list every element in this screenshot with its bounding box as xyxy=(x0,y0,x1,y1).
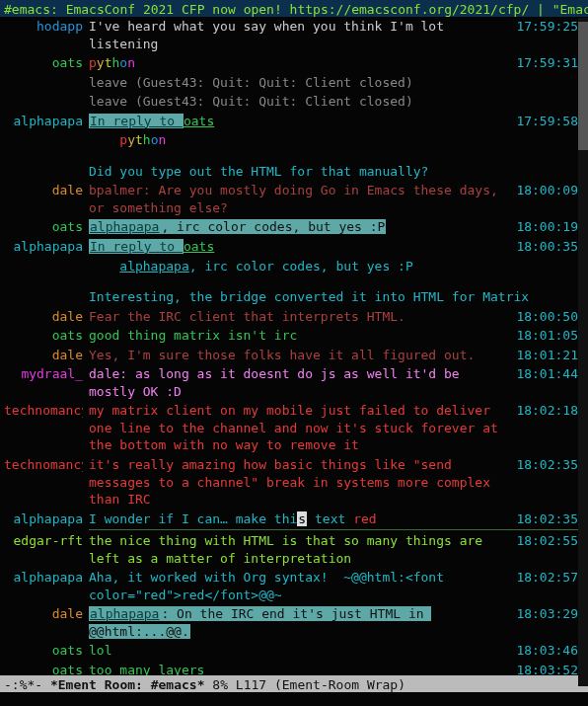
reply-link[interactable]: In reply to xyxy=(89,114,184,128)
modeline-pos: 8% L117 xyxy=(205,677,274,692)
reply-link[interactable]: alphapapa xyxy=(89,606,160,621)
message-body: Yes, I'm sure those folks have it all fi… xyxy=(89,347,510,364)
modeline-mode: (Ement-Room Wrap) xyxy=(274,677,405,692)
nick: dale xyxy=(4,347,83,364)
message-row: alphapapaIn reply to oats17:59:58 xyxy=(4,113,578,130)
nick: oats xyxy=(4,642,83,660)
message-row: alphapapaAha, it worked with Org syntax!… xyxy=(4,569,578,603)
timestamp: 18:01:21 xyxy=(516,347,578,364)
modeline-buffer: *Ement Room: #emacs* xyxy=(50,677,205,692)
message-row: hodappI've heard what you say when you t… xyxy=(4,18,578,52)
modeline-left: -:%*- xyxy=(4,677,50,692)
message-body: leave (Guest43: Quit: Quit: Client close… xyxy=(89,74,572,92)
message-row: oatsgood thing matrix isn't irc18:01:05 xyxy=(4,327,578,345)
message-row: oatstoo many layers18:03:52 xyxy=(4,662,578,675)
message-row: daleYes, I'm sure those folks have it al… xyxy=(4,347,578,364)
message-body: dale: as long as it doesnt do js as well… xyxy=(89,365,510,400)
timestamp: 18:01:44 xyxy=(516,365,578,383)
text-span: lol xyxy=(89,643,111,658)
message-row: edgar-rftthe nice thing with HTML is tha… xyxy=(4,532,578,567)
message-row: oatsalphapapa, irc color codes, but yes … xyxy=(4,218,578,236)
text-span: oats xyxy=(184,239,214,254)
timestamp: 18:02:18 xyxy=(516,402,578,420)
message-row: mydraal_dale: as long as it doesnt do js… xyxy=(4,365,578,400)
text-span: n xyxy=(158,132,166,147)
message-body: bpalmer: Are you mostly doing Go in Emac… xyxy=(89,182,510,216)
read-marker xyxy=(89,529,578,530)
text-span: p xyxy=(89,55,97,70)
text-span: y xyxy=(127,132,135,147)
message-row: dalebpalmer: Are you mostly doing Go in … xyxy=(4,182,578,216)
message-body: python xyxy=(89,131,572,149)
text-span: dale: as long as it doesnt do js as well… xyxy=(89,366,468,399)
topic-sep: : xyxy=(50,2,66,17)
text-span: , irc color codes, but yes :P xyxy=(189,259,413,274)
timestamp: 18:02:35 xyxy=(516,456,578,474)
scrollbar-track[interactable] xyxy=(578,18,588,686)
message-body: good thing matrix isn't irc xyxy=(89,327,510,345)
text-span: h xyxy=(143,132,151,147)
message-body: too many layers xyxy=(89,662,510,675)
message-row: oatspython17:59:31 xyxy=(4,54,578,72)
text-span: my matrix client on my mobile just faile… xyxy=(89,403,506,452)
channel-topic: EmacsConf 2021 CFP now open! https://ema… xyxy=(66,2,588,17)
cursor: s xyxy=(297,511,307,526)
scrollbar-thumb[interactable] xyxy=(578,22,588,150)
message-body: Fear the IRC client that interprets HTML… xyxy=(89,308,510,326)
modeline: -:%*- *Ement Room: #emacs* 8% L117 (Emen… xyxy=(0,675,588,692)
timestamp: 18:02:35 xyxy=(516,510,578,528)
message-body: Aha, it worked with Org syntax! ~@@html:… xyxy=(89,569,510,603)
message-row: oatslol18:03:46 xyxy=(4,642,578,660)
message-body: I wonder if I can… make this text red xyxy=(89,510,510,528)
message-list[interactable]: hodappI've heard what you say when you t… xyxy=(0,17,588,675)
nick: dale xyxy=(4,182,83,199)
message-body: leave (Guest43: Quit: Quit: Client close… xyxy=(89,93,572,111)
text-span: Yes, I'm sure those folks have it all fi… xyxy=(89,348,475,362)
text-span: it's really amazing how basic things lik… xyxy=(89,457,498,507)
message-body: alphapapa, irc color codes, but yes :P xyxy=(89,258,572,275)
channel-name: #emacs xyxy=(4,2,50,17)
text-span: text xyxy=(307,511,353,526)
message-body: alphapapa: On the IRC end it's just HTML… xyxy=(89,605,510,640)
nick: alphapapa xyxy=(4,510,83,528)
nick: oats xyxy=(4,662,83,675)
text-span: leave (Guest43: Quit: Quit: Client close… xyxy=(89,75,413,90)
reply-link[interactable]: alphapapa xyxy=(89,219,160,234)
message-body: In reply to oats xyxy=(89,238,510,256)
minibuffer[interactable] xyxy=(0,692,588,706)
nick: dale xyxy=(4,605,83,623)
text-span: p xyxy=(119,132,127,147)
emacs-window: #emacs: EmacsConf 2021 CFP now open! htt… xyxy=(0,0,588,706)
message-row: alphapapaIn reply to oats18:00:35 xyxy=(4,238,578,256)
nick: technomancy xyxy=(4,456,83,474)
timestamp: 18:03:46 xyxy=(516,642,578,660)
message-row: leave (Guest43: Quit: Quit: Client close… xyxy=(4,74,578,92)
text-span: t xyxy=(135,132,143,147)
timestamp: 17:59:25 xyxy=(516,18,578,36)
message-body: the nice thing with HTML is that so many… xyxy=(89,532,510,567)
timestamp: 17:59:31 xyxy=(516,54,578,72)
message-row: Did you type out the HTML for that manua… xyxy=(4,163,578,181)
text-span: Did you type out the HTML for that manua… xyxy=(89,164,428,179)
timestamp: 18:00:09 xyxy=(516,182,578,199)
nick: dale xyxy=(4,308,83,326)
text-span: red xyxy=(353,511,376,526)
message-row: Interesting, the bridge converted it int… xyxy=(4,288,578,306)
message-row: alphapapa, irc color codes, but yes :P xyxy=(4,258,578,275)
nick: mydraal_ xyxy=(4,365,83,383)
text-span: bpalmer: Are you mostly doing Go in Emac… xyxy=(89,183,506,215)
timestamp: 18:03:52 xyxy=(516,662,578,675)
text-span: Fear the IRC client that interprets HTML… xyxy=(89,309,405,324)
message-row: technomancyit's really amazing how basic… xyxy=(4,456,578,509)
message-body: lol xyxy=(89,642,510,660)
text-span: good thing matrix isn't irc xyxy=(89,328,297,343)
text-span: Aha, it worked with Org syntax! ~@@html:… xyxy=(89,570,452,602)
message-body: alphapapa, irc color codes, but yes :P xyxy=(89,218,510,236)
message-row: leave (Guest43: Quit: Quit: Client close… xyxy=(4,93,578,111)
nick: alphapapa xyxy=(4,238,83,256)
text-span: I wonder if I can… make thi xyxy=(89,511,297,526)
reply-link[interactable]: In reply to xyxy=(89,239,184,254)
message-body: Interesting, the bridge converted it int… xyxy=(89,288,572,306)
highlighted-text: , irc color codes, but yes :P xyxy=(160,219,386,234)
message-row: python xyxy=(4,131,578,149)
